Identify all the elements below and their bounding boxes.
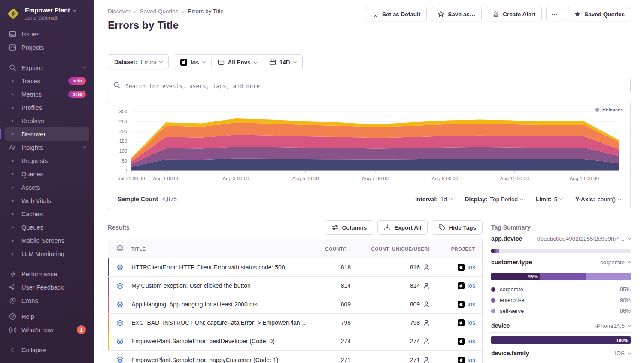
dataset-dropdown[interactable]: Dataset: Errors <box>108 54 169 69</box>
y-axis-dropdown[interactable]: Y-Axis:count() <box>575 196 621 203</box>
table-row: EmpowerPlant.SampleError: happyCustomer … <box>108 351 482 363</box>
sidebar-item-performance[interactable]: Performance <box>5 267 89 281</box>
date-range-filter[interactable]: 14D <box>263 55 302 70</box>
button-label: Save as… <box>448 11 475 18</box>
sidebar-item-label: User Feedback <box>21 284 64 291</box>
hide-tags-button[interactable]: Hide Tags <box>432 220 483 235</box>
project-link[interactable]: ios <box>468 282 475 289</box>
stacked-area-chart[interactable]: 050100150200250300Jul 31 00:00Aug 1 00:0… <box>108 108 630 188</box>
bullet-icon: • <box>9 92 17 97</box>
tag-value-row: self-serve86% <box>491 306 631 316</box>
project-link[interactable]: ios <box>468 357 475 363</box>
error-title-link[interactable]: EmpowerPlant.SampleError: happyCustomer … <box>131 357 311 363</box>
column-header-count-unique[interactable]: COUNT_UNIQUE(USER) <box>351 246 430 251</box>
issue-stack-icon[interactable] <box>108 264 131 271</box>
save-as-button[interactable]: Save as… <box>431 7 482 21</box>
sidebar-item-profiles[interactable]: •Profiles <box>5 101 89 114</box>
sidebar-item-metrics[interactable]: •Metricsbeta <box>5 88 89 101</box>
error-title-link[interactable]: App Hanging: App hanging for at least 20… <box>131 301 311 308</box>
breadcrumb-item[interactable]: Discover <box>108 8 131 15</box>
org-logo-icon <box>6 6 21 22</box>
results-label: Results <box>108 224 130 231</box>
apple-icon <box>458 301 465 308</box>
sidebar-item-user-feedback[interactable]: User Feedback <box>5 281 89 294</box>
search-input[interactable] <box>125 82 625 90</box>
tag-key: device <box>491 322 510 329</box>
column-header-title[interactable]: TITLE <box>131 246 311 251</box>
column-header-project[interactable]: PROJECT <box>430 246 475 251</box>
project-filter[interactable]: ios <box>174 55 211 70</box>
issues-icon <box>9 30 17 38</box>
apple-icon <box>458 282 465 289</box>
sidebar-item-label: Profiles <box>21 104 42 111</box>
sidebar-section-insights[interactable]: Insights <box>5 141 89 154</box>
chevron-up-icon <box>83 67 86 70</box>
issue-stack-icon[interactable] <box>108 282 131 290</box>
sidebar-item-queries[interactable]: •Queries <box>5 167 89 181</box>
display-dropdown[interactable]: Display:Top Period <box>465 196 523 203</box>
count-unique-cell: 809 <box>351 301 430 308</box>
chart-controls: Interval:1dDisplay:Top PeriodLimit:5Y-Ax… <box>415 196 621 203</box>
sidebar-item-assets[interactable]: •Assets <box>5 181 89 194</box>
project-link[interactable]: ios <box>468 338 475 345</box>
sidebar-collapse-button[interactable]: Collapse <box>5 343 89 357</box>
svg-text:Jul 31 00:00: Jul 31 00:00 <box>118 176 145 181</box>
window-icon <box>218 59 225 66</box>
sidebar-item-crons[interactable]: Crons <box>5 294 89 307</box>
error-title-link[interactable]: EXC_BAD_INSTRUCTION: captureFatalError: … <box>131 319 311 326</box>
count-cell: 818 <box>311 264 351 271</box>
sidebar-item-web-vitals[interactable]: •Web Vitals <box>5 194 89 207</box>
environment-filter[interactable]: All Envs <box>212 55 263 70</box>
sidebar-item-projects[interactable]: Projects <box>5 41 89 54</box>
breadcrumb-item[interactable]: Saved Queries <box>140 8 178 15</box>
tag-top-value: 0baebc0de4982f1255f2e9e9fb7… <box>537 236 625 242</box>
button-label: Hide Tags <box>449 224 476 231</box>
sidebar-item-discover[interactable]: •Discover <box>5 127 89 141</box>
issue-stack-icon[interactable] <box>108 356 131 363</box>
sidebar-item-whats-new[interactable]: What's new1 <box>5 323 89 336</box>
issue-stack-icon[interactable] <box>108 319 131 327</box>
issue-stack-icon[interactable] <box>108 301 131 308</box>
sidebar-item-requests[interactable]: •Requests <box>5 154 89 167</box>
bullet-icon: • <box>9 79 17 83</box>
tag-section-header[interactable]: customer.typecorporate <box>491 259 631 269</box>
tag-section-header[interactable]: deviceiPhone14,5 <box>491 322 631 333</box>
error-title-link[interactable]: My Custom exeption: User clicked the but… <box>131 282 311 289</box>
column-header-count[interactable]: COUNT()↓ <box>311 245 351 252</box>
project-link[interactable]: ios <box>468 264 475 271</box>
releases-legend[interactable]: Releases <box>595 107 623 112</box>
sidebar-item-llm-monitoring[interactable]: •LLM Monitoring <box>5 247 89 260</box>
user-name: Jane Schmidt <box>25 15 76 21</box>
project-link[interactable]: ios <box>468 319 475 326</box>
chevron-down-icon <box>449 197 453 200</box>
sidebar-item-replays[interactable]: •Replays <box>5 114 89 127</box>
project-link[interactable]: ios <box>468 301 475 308</box>
tag-section-header[interactable]: app.device0baebc0de4982f1255f2e9e9fb7… <box>491 235 631 245</box>
sidebar-item-mobile-screens[interactable]: •Mobile Screens <box>5 234 89 247</box>
sidebar-item-help[interactable]: Help <box>5 310 89 323</box>
interval-dropdown[interactable]: Interval:1d <box>415 196 452 203</box>
count-unique-cell: 816 <box>351 264 430 271</box>
sidebar-item-caches[interactable]: •Caches <box>5 207 89 221</box>
columns-button[interactable]: Columns <box>325 220 373 235</box>
org-switcher[interactable]: Empower Plant Jane Schmidt <box>0 0 94 27</box>
export-all-button[interactable]: Export All <box>377 220 428 235</box>
ellipsis-icon <box>551 11 558 18</box>
saved-queries-button[interactable]: Saved Queries <box>568 7 631 21</box>
results-main: Results ColumnsExport AllHide Tags TITLE… <box>108 220 483 363</box>
set-as-default-button[interactable]: Set as Default <box>366 7 427 21</box>
sidebar-section-explore[interactable]: Explore <box>5 61 89 74</box>
issue-stack-icon[interactable] <box>108 338 131 345</box>
error-title-link[interactable]: EmpowerPlant.SampleError: bestDeveloper … <box>131 338 311 345</box>
limit-dropdown[interactable]: Limit:5 <box>536 196 562 203</box>
sidebar-item-queues[interactable]: •Queues <box>5 221 89 234</box>
sidebar-item-issues[interactable]: Issues <box>5 27 89 41</box>
create-alert-button[interactable]: Create Alert <box>486 7 542 21</box>
tag-section-header[interactable]: device.familyiOS <box>491 350 631 360</box>
more-options-button[interactable] <box>546 7 563 21</box>
sidebar-item-traces[interactable]: •Tracesbeta <box>5 74 89 88</box>
tag-value-label: self-serve <box>500 308 524 314</box>
insights-icon <box>9 144 17 151</box>
tag-distribution-bar <box>491 249 631 253</box>
error-title-link[interactable]: HTTPClientError: HTTP Client Error with … <box>131 264 311 271</box>
